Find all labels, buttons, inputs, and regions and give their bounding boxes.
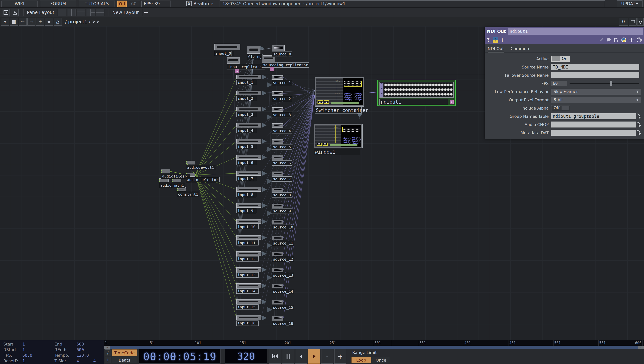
comment-icon[interactable] bbox=[606, 38, 611, 42]
op-picker-icon[interactable] bbox=[636, 122, 642, 128]
add-parameter-icon[interactable] bbox=[629, 38, 634, 42]
node-name-label[interactable]: input_9 bbox=[236, 208, 256, 213]
node-name-label[interactable]: audio_selector bbox=[186, 177, 220, 182]
node-name-label[interactable]: source_13 bbox=[272, 273, 294, 278]
breadcrumb[interactable]: / project1 / >> bbox=[65, 19, 100, 25]
node-name-label[interactable]: source_4 bbox=[272, 128, 292, 134]
node-name-label[interactable]: input_replicator bbox=[227, 64, 265, 70]
node-switcher[interactable]: NONENONE bbox=[315, 77, 364, 107]
step-forward-button[interactable]: + bbox=[334, 349, 346, 364]
node-input_0[interactable] bbox=[214, 44, 240, 50]
node-source_13[interactable] bbox=[272, 268, 284, 272]
node-input_16[interactable] bbox=[236, 315, 261, 320]
children-count-button[interactable]: 0 bbox=[619, 18, 628, 26]
node-source_0[interactable] bbox=[272, 45, 285, 51]
bookmark-button[interactable]: ★ bbox=[45, 18, 53, 26]
collapse-panel-button[interactable] bbox=[637, 18, 644, 26]
maximize-pane-button[interactable] bbox=[2, 9, 10, 17]
node-input_5[interactable] bbox=[236, 139, 261, 144]
python-icon[interactable] bbox=[621, 37, 626, 43]
node-name-label[interactable]: source_0 bbox=[272, 52, 292, 57]
node-name-label[interactable]: input_2 bbox=[236, 96, 256, 101]
help-button[interactable]: ? bbox=[487, 37, 490, 43]
param-dropdown[interactable]: 8-bit▼ bbox=[551, 97, 641, 103]
play-button[interactable] bbox=[308, 349, 320, 364]
node-name-label[interactable]: audiodevout1 bbox=[186, 165, 215, 170]
node-source_4[interactable] bbox=[272, 123, 284, 128]
update-button[interactable]: UPDATE bbox=[617, 0, 642, 7]
node-input_6[interactable] bbox=[236, 155, 261, 160]
layout-single-button[interactable] bbox=[58, 9, 66, 16]
node-input_10[interactable] bbox=[236, 219, 261, 224]
jump-to-start-button[interactable] bbox=[269, 349, 281, 364]
node-name-label[interactable]: input_13 bbox=[236, 272, 258, 278]
node-name-label[interactable]: source_5 bbox=[272, 144, 292, 150]
node-name-label[interactable]: input_16 bbox=[236, 320, 258, 326]
node-source_3[interactable] bbox=[272, 107, 284, 112]
wiki-button[interactable]: WIKI bbox=[2, 1, 38, 7]
beats-mode-button[interactable]: Beats bbox=[112, 357, 137, 363]
node-name-label[interactable]: input_0 bbox=[214, 51, 234, 56]
add-bookmark-button[interactable]: + bbox=[36, 18, 44, 26]
copy-parameters-icon[interactable] bbox=[614, 38, 619, 42]
node-sizing[interactable] bbox=[247, 46, 260, 54]
node-name-label[interactable]: input_1 bbox=[236, 80, 256, 85]
range-end-grip[interactable]: ⋯ bbox=[638, 346, 644, 349]
node-name-label[interactable]: source_11 bbox=[272, 241, 294, 246]
node-input_9[interactable] bbox=[236, 203, 261, 208]
node-input_8[interactable] bbox=[236, 187, 261, 192]
node-name-label[interactable]: input_12 bbox=[236, 256, 258, 261]
node-source_5[interactable] bbox=[272, 139, 284, 144]
tab-common[interactable]: Common bbox=[510, 46, 529, 53]
node-name-label[interactable]: source_8 bbox=[272, 192, 292, 198]
node-name-label[interactable]: input_5 bbox=[236, 144, 256, 149]
node-name-label[interactable]: input_4 bbox=[236, 128, 256, 133]
forum-button[interactable]: FORUM bbox=[40, 1, 76, 7]
node-name-label[interactable]: window1 bbox=[314, 149, 360, 155]
timecode-mode-button[interactable]: TimeCode bbox=[112, 349, 137, 356]
node-name-label[interactable]: source_3 bbox=[272, 112, 292, 117]
node-name-label[interactable]: input_15 bbox=[236, 304, 258, 310]
python-help-button[interactable]: ? bbox=[493, 37, 498, 43]
clone-flag-icon[interactable]: ↓ bbox=[235, 69, 239, 73]
clone-flag-icon[interactable]: ↓ bbox=[270, 67, 274, 71]
save-layout-button[interactable] bbox=[11, 9, 19, 17]
node-name-label[interactable]: input_11 bbox=[236, 240, 258, 245]
timeline-ruler[interactable]: 151101151201251301351401451501551600 bbox=[104, 340, 644, 346]
node-window1[interactable]: NONENONE bbox=[314, 124, 363, 148]
layout-vsplit-button[interactable] bbox=[67, 9, 76, 16]
pane-menu-button[interactable]: ▼ bbox=[1, 18, 9, 26]
op-picker-icon[interactable] bbox=[636, 130, 642, 136]
playhead[interactable] bbox=[391, 340, 392, 346]
param-slider[interactable]: 60 bbox=[551, 81, 639, 86]
frame-slash-mode-button[interactable]: / bbox=[105, 349, 110, 356]
range-start-grip[interactable]: ⋯ bbox=[104, 346, 110, 349]
frame-display[interactable]: 320 bbox=[225, 349, 267, 364]
info-button[interactable]: i bbox=[501, 37, 503, 43]
node-input_4[interactable] bbox=[236, 123, 261, 128]
param-text-field[interactable] bbox=[551, 72, 639, 78]
node-input_11[interactable] bbox=[236, 235, 261, 240]
node-name-label[interactable]: source_7 bbox=[272, 176, 292, 182]
layout-mixed-button[interactable] bbox=[86, 9, 95, 16]
home-button[interactable]: ⌂ bbox=[54, 18, 62, 26]
tutorials-button[interactable]: TUTORIALS bbox=[79, 1, 115, 7]
node-source_9[interactable] bbox=[272, 204, 284, 208]
tab-ndi-out[interactable]: NDI Out bbox=[488, 46, 504, 53]
node-source_1[interactable] bbox=[272, 75, 284, 80]
nav-back-button[interactable]: ⇦ bbox=[19, 18, 27, 26]
timecode-display[interactable]: 00:00:05:19 bbox=[139, 349, 220, 364]
node-input_2[interactable] bbox=[236, 91, 261, 95]
node-input_13[interactable] bbox=[236, 267, 261, 272]
node-name-label[interactable]: source_6 bbox=[272, 160, 292, 166]
target-icon[interactable] bbox=[636, 37, 642, 43]
layout-hsplit-button[interactable] bbox=[77, 9, 85, 16]
node-input_7[interactable] bbox=[236, 171, 261, 176]
clone-flag-icon[interactable]: ↓ bbox=[450, 100, 454, 104]
node-source_14[interactable] bbox=[272, 284, 284, 288]
edit-expressions-icon[interactable] bbox=[599, 38, 604, 42]
pane-type-button[interactable]: ■ bbox=[10, 18, 18, 26]
play-reverse-button[interactable] bbox=[295, 349, 307, 364]
pause-button[interactable] bbox=[282, 349, 294, 364]
step-back-button[interactable]: - bbox=[321, 349, 333, 364]
